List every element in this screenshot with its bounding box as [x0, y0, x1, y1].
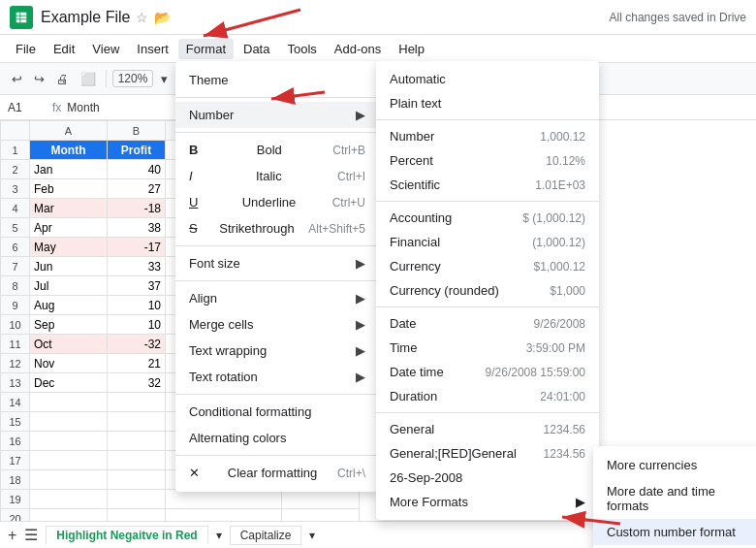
saved-status: All changes saved in Drive — [610, 11, 746, 24]
num-currency-rounded[interactable]: Currency (rounded) $1,000 — [376, 278, 599, 303]
menu-data[interactable]: Data — [236, 39, 277, 59]
num-plaintext-label: Plain text — [390, 96, 441, 111]
num-time[interactable]: Time 3:59:00 PM — [376, 336, 599, 360]
fx-icon: fx — [52, 101, 61, 114]
sheet-tab-highlight[interactable]: Highlight Negaitve in Red — [46, 526, 207, 544]
cell-a12[interactable]: Nov — [30, 354, 108, 373]
num-scientific[interactable]: Scientific 1.01E+03 — [376, 173, 599, 197]
cell-b9[interactable]: 10 — [108, 296, 166, 315]
add-sheet-button[interactable]: + — [8, 527, 16, 544]
num-general[interactable]: General 1234.56 — [376, 417, 599, 441]
cell-b8[interactable]: 37 — [108, 276, 166, 296]
cell-a8[interactable]: Jul — [30, 276, 108, 296]
format-underline[interactable]: U Underline Ctrl+U — [175, 189, 379, 215]
format-textwrap[interactable]: Text wrapping ▶ — [175, 338, 379, 364]
cell-b3[interactable]: 27 — [108, 179, 166, 199]
num-datetime[interactable]: Date time 9/26/2008 15:59:00 — [376, 360, 599, 384]
menu-format[interactable]: Format — [178, 39, 234, 59]
table-row: 19 — [1, 490, 360, 509]
num-general-red[interactable]: General;[RED]General 1234.56 — [376, 441, 599, 466]
num-financial[interactable]: Financial (1,000.12) — [376, 230, 599, 254]
row-num: 6 — [1, 238, 30, 257]
zoom-arrow[interactable]: ▾ — [157, 70, 172, 88]
cell-a9[interactable]: Aug — [30, 296, 108, 315]
cell-a7[interactable]: Jun — [30, 257, 108, 276]
extra-more-currencies[interactable]: More currencies — [593, 452, 756, 478]
cell-a2[interactable]: Jan — [30, 160, 108, 179]
cell-b13[interactable]: 32 — [108, 373, 166, 393]
format-number[interactable]: Number ▶ — [175, 102, 379, 128]
format-italic[interactable]: I Italic Ctrl+I — [175, 163, 379, 189]
cell-b7[interactable]: 33 — [108, 257, 166, 276]
num-duration[interactable]: Duration 24:01:00 — [376, 384, 599, 408]
format-merge[interactable]: Merge cells ▶ — [175, 311, 379, 338]
cell-a13[interactable]: Dec — [30, 373, 108, 393]
num-automatic[interactable]: Automatic — [376, 67, 599, 91]
cell-a10[interactable]: Sep — [30, 315, 108, 335]
cell-a3[interactable]: Feb — [30, 179, 108, 199]
format-paint-button[interactable]: ⬜ — [77, 70, 100, 88]
cell-b14[interactable] — [108, 393, 166, 412]
cell-b1[interactable]: Profit — [108, 141, 166, 160]
cell-b5[interactable]: 38 — [108, 218, 166, 238]
format-merge-label: Merge cells — [189, 317, 253, 332]
format-strikethrough[interactable]: S Strikethrough Alt+Shift+5 — [175, 215, 379, 242]
undo-button[interactable]: ↩ — [8, 70, 26, 88]
num-number[interactable]: Number 1,000.12 — [376, 124, 599, 148]
format-fontsize[interactable]: Font size ▶ — [175, 250, 379, 276]
menu-edit[interactable]: Edit — [46, 39, 82, 59]
format-clear[interactable]: ✕ Clear formatting Ctrl+\ — [175, 460, 379, 486]
menu-addons[interactable]: Add-ons — [327, 39, 389, 59]
cell-b11[interactable]: -32 — [108, 335, 166, 354]
print-button[interactable]: 🖨 — [52, 70, 73, 88]
corner-cell — [1, 121, 30, 141]
cell-a1[interactable]: Month — [30, 141, 108, 160]
cell-a5[interactable]: Apr — [30, 218, 108, 238]
row-num: 3 — [1, 179, 30, 199]
num-more-formats[interactable]: More Formats ▶ — [376, 490, 599, 514]
menu-insert[interactable]: Insert — [129, 39, 176, 59]
num-plaintext[interactable]: Plain text — [376, 91, 599, 115]
zoom-selector[interactable]: 120% — [112, 70, 153, 87]
divider3 — [175, 245, 379, 246]
list-sheets-button[interactable]: ☰ — [24, 526, 38, 544]
num-date[interactable]: Date 9/26/2008 — [376, 311, 599, 336]
num-sep-date[interactable]: 26-Sep-2008 — [376, 466, 599, 490]
format-align[interactable]: Align ▶ — [175, 285, 379, 311]
num-percent-value: 10.12% — [546, 154, 585, 168]
cell-a4[interactable]: Mar — [30, 199, 108, 218]
cell-b2[interactable]: 40 — [108, 160, 166, 179]
num-number-value: 1,000.12 — [540, 130, 585, 144]
cell-a11[interactable]: Oct — [30, 335, 108, 354]
format-alternating[interactable]: Alternating colors — [175, 425, 379, 451]
cell-b12[interactable]: 21 — [108, 354, 166, 373]
extra-custom-number[interactable]: Custom number format — [593, 519, 756, 545]
extra-more-date-formats[interactable]: More date and time formats — [593, 478, 756, 519]
col-header-a[interactable]: A — [30, 121, 108, 141]
sheet-tab-capitalize[interactable]: Capitalize — [230, 526, 302, 545]
format-textrotation[interactable]: Text rotation ▶ — [175, 364, 379, 390]
tab-arrow[interactable]: ▾ — [216, 529, 222, 542]
menu-tools[interactable]: Tools — [279, 39, 324, 59]
redo-button[interactable]: ↪ — [30, 70, 48, 88]
cell-a6[interactable]: May — [30, 238, 108, 257]
cell-b10[interactable]: 10 — [108, 315, 166, 335]
app-icon — [10, 6, 33, 29]
divider1 — [175, 97, 379, 98]
col-header-b[interactable]: B — [108, 121, 166, 141]
menu-view[interactable]: View — [84, 39, 127, 59]
divider6 — [175, 455, 379, 456]
capitalize-arrow[interactable]: ▾ — [309, 529, 315, 542]
menu-help[interactable]: Help — [391, 39, 432, 59]
num-currency[interactable]: Currency $1,000.12 — [376, 254, 599, 278]
num-accounting[interactable]: Accounting $ (1,000.12) — [376, 206, 599, 230]
star-icon[interactable]: ☆ — [136, 10, 148, 25]
cell-a14[interactable] — [30, 393, 108, 412]
menu-file[interactable]: File — [8, 39, 44, 59]
format-bold[interactable]: B Bold Ctrl+B — [175, 137, 379, 163]
num-percent[interactable]: Percent 10.12% — [376, 148, 599, 173]
cell-b6[interactable]: -17 — [108, 238, 166, 257]
cell-b4[interactable]: -18 — [108, 199, 166, 218]
format-theme[interactable]: Theme — [175, 67, 379, 93]
format-conditional[interactable]: Conditional formatting — [175, 399, 379, 425]
